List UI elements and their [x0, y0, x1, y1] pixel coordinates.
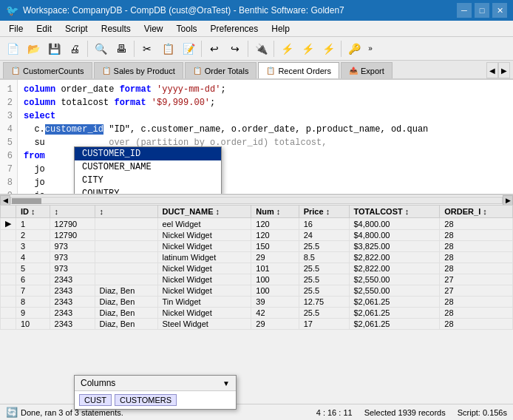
editor-area[interactable]: 1 2 3 4 5 6 7 8 9 column order_date form… — [0, 80, 513, 194]
table-row[interactable]: 7 2343 Diaz, Ben Nickel Widget 100 25.5 … — [1, 285, 513, 297]
autocomplete-item-city[interactable]: CITY — [75, 174, 221, 187]
cell-price: 25.5 — [299, 263, 349, 274]
line-num-7: 7 — [4, 163, 13, 176]
menu-results[interactable]: Results — [95, 21, 137, 36]
cell-num: 120 — [251, 230, 299, 241]
tab-ordertotals[interactable]: 📋 Order Totals — [185, 62, 257, 78]
cell-num: 100 — [251, 274, 299, 285]
editor-scroll-left[interactable]: ◀ — [0, 195, 10, 206]
tab-recentorders[interactable]: 📋 Recent Orders — [258, 62, 339, 78]
cell-order: 28 — [440, 230, 513, 241]
editor-scroll-right[interactable]: ▶ — [503, 195, 513, 206]
line-num-8: 8 — [4, 176, 13, 189]
table-row[interactable]: 6 2343 Nickel Widget 100 25.5 $2,550.00 … — [1, 274, 513, 285]
connect-button[interactable]: 🔌 — [251, 39, 271, 58]
code-line-1: column order_date format 'yyyy-mm-dd'; — [24, 83, 507, 96]
editor-scroll-thumb[interactable] — [12, 198, 41, 204]
cell-c1: 2343 — [50, 297, 95, 308]
col-id[interactable]: ID ↕ — [16, 206, 50, 218]
table-row[interactable]: 10 2343 Diaz, Ben Steel Widget 29 17 $2,… — [1, 319, 513, 330]
cell-id: 2 — [16, 230, 50, 241]
columns-dropdown[interactable]: Columns ▼ CUST CUSTOMERS — [74, 375, 237, 410]
col-order[interactable]: ORDER_I ↕ — [440, 206, 513, 218]
columns-dropdown-header[interactable]: Columns ▼ — [75, 376, 236, 391]
col-total[interactable]: TOTALCOST ↕ — [349, 206, 440, 218]
cell-num: 29 — [251, 252, 299, 263]
menu-help[interactable]: Help — [265, 21, 296, 36]
cell-c2 — [95, 274, 157, 285]
tab-scroll-right[interactable]: ▶ — [498, 62, 510, 78]
print-button[interactable]: 🖨 — [65, 39, 84, 58]
autocomplete-item-customer-name[interactable]: CUSTOMER_NAME — [75, 160, 221, 174]
main-content: 1 2 3 4 5 6 7 8 9 column order_date form… — [0, 80, 513, 420]
cell-num: 39 — [251, 297, 299, 308]
maximize-button[interactable]: □ — [475, 3, 489, 18]
tab-icon-salesbyproduct: 📋 — [102, 67, 111, 75]
editor-scroll-track[interactable] — [10, 197, 503, 204]
menu-tools[interactable]: Tools — [171, 21, 203, 36]
cell-order: 28 — [440, 308, 513, 319]
col-num[interactable]: Num ↕ — [251, 206, 299, 218]
save-button[interactable]: 💾 — [44, 39, 64, 58]
key-button[interactable]: 🔑 — [344, 39, 364, 58]
redo-button[interactable]: ↪ — [225, 39, 245, 58]
cell-c2 — [95, 230, 157, 241]
close-button[interactable]: ✕ — [492, 3, 507, 18]
table-row[interactable]: 2 12790 Nickel Widget 120 24 $4,800.00 2… — [1, 230, 513, 241]
menu-preferences[interactable]: Preferences — [205, 21, 265, 36]
autocomplete-item-customer-id[interactable]: CUSTOMER_ID — [75, 147, 221, 160]
col-c1[interactable]: ↕ — [50, 206, 95, 218]
cut-button[interactable]: ✂ — [137, 39, 157, 58]
run3-button[interactable]: ⚡ — [319, 39, 338, 58]
cell-id: 7 — [16, 285, 50, 297]
undo-button[interactable]: ↩ — [205, 39, 224, 58]
cell-price: 17 — [299, 319, 349, 330]
window-controls: ─ □ ✕ — [457, 3, 507, 18]
paste-button[interactable]: 📝 — [179, 39, 198, 58]
cell-price: 25.5 — [299, 308, 349, 319]
run2-button[interactable]: ⚡ — [298, 39, 317, 58]
tab-salesbyproduct[interactable]: 📋 Sales by Product — [94, 62, 183, 78]
tab-icon-recentorders: 📋 — [266, 67, 275, 75]
cell-num: 120 — [251, 218, 299, 230]
cell-c1: 973 — [50, 252, 95, 263]
row-indicator — [1, 230, 16, 241]
tab-export[interactable]: 📤 Export — [341, 62, 393, 78]
table-row[interactable]: 5 973 Nickel Widget 101 25.5 $2,822.00 2… — [1, 263, 513, 274]
col-c2[interactable]: ↕ — [95, 206, 157, 218]
cell-order: 28 — [440, 241, 513, 252]
tab-label-recentorders: Recent Orders — [278, 67, 331, 75]
table-row[interactable]: 3 973 Nickel Widget 150 25.5 $3,825.00 2… — [1, 241, 513, 252]
toolbar-more-button[interactable]: » — [365, 39, 376, 58]
run-button[interactable]: ⚡ — [277, 39, 296, 58]
separator3 — [201, 41, 202, 57]
menu-view[interactable]: View — [138, 21, 169, 36]
autocomplete-item-country[interactable]: COUNTRY — [75, 187, 221, 194]
table-row[interactable]: 9 2343 Diaz, Ben Nickel Widget 42 25.5 $… — [1, 308, 513, 319]
copy-button[interactable]: 📋 — [158, 39, 177, 58]
col-tag-cust[interactable]: CUST — [79, 394, 112, 406]
print2-button[interactable]: 🖶 — [112, 39, 131, 58]
col-tag-customers[interactable]: CUSTOMERS — [115, 394, 177, 406]
minimize-button[interactable]: ─ — [457, 3, 472, 18]
find-button[interactable]: 🔍 — [91, 39, 110, 58]
row-indicator — [1, 319, 16, 330]
table-row[interactable]: 8 2343 Diaz, Ben Tin Widget 39 12.75 $2,… — [1, 297, 513, 308]
open-button[interactable]: 📂 — [24, 39, 43, 58]
menu-script[interactable]: Script — [59, 21, 94, 36]
status-right: 4 : 16 : 11 Selected 1939 records Script… — [316, 408, 507, 417]
table-row[interactable]: ▶ 1 12790 eel Widget 120 16 $4,800.00 28 — [1, 218, 513, 230]
col-product[interactable]: DUCT_NAME ↕ — [157, 206, 251, 218]
cell-product: Nickel Widget — [157, 230, 251, 241]
cell-id: 10 — [16, 319, 50, 330]
table-row[interactable]: 4 973 latinum Widget 29 8.5 $2,822.00 28 — [1, 252, 513, 263]
tab-customercounts[interactable]: 📋 CustomerCounts — [3, 62, 92, 78]
new-button[interactable]: 📄 — [3, 39, 22, 58]
menu-edit[interactable]: Edit — [30, 21, 58, 36]
menu-file[interactable]: File — [3, 21, 29, 36]
editor-wrapper: 1 2 3 4 5 6 7 8 9 column order_date form… — [0, 80, 513, 205]
col-price[interactable]: Price ↕ — [299, 206, 349, 218]
autocomplete-dropdown[interactable]: CUSTOMER_ID CUSTOMER_NAME CITY COUNTRY — [74, 146, 222, 194]
line-num-2: 2 — [4, 96, 13, 109]
tab-scroll-left[interactable]: ◀ — [486, 62, 498, 78]
